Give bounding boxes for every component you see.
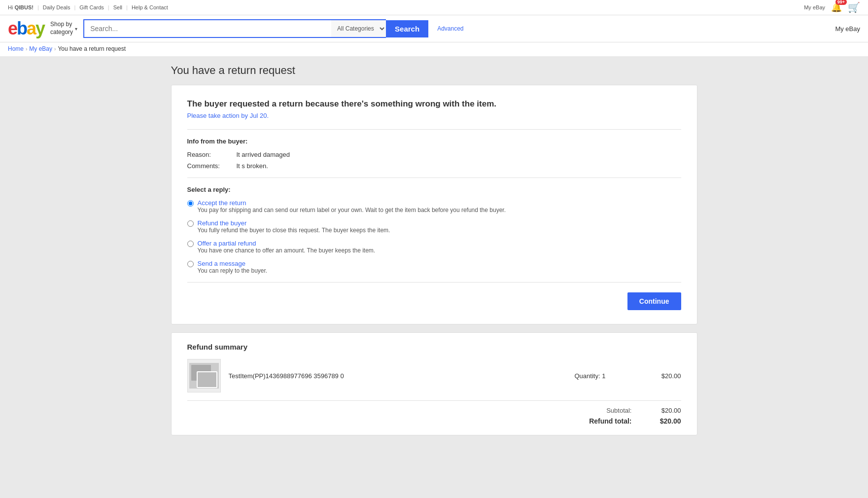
top-bar: Hi QIBUS! | Daily Deals | Gift Cards | S… [0,0,868,15]
message-label[interactable]: Send a message [198,260,246,267]
ebay-logo: ebay [8,18,44,39]
refund-item-row: TestItem(PP)1436988977696 3596789 0 Quan… [187,359,681,392]
help-contact-link[interactable]: Help & Contact [132,4,168,10]
logo-b1: b [17,18,27,38]
quantity-value: 1 [602,372,605,380]
top-bar-right: My eBay 🔔 99+ 🛒 [804,1,860,13]
main-content: You have a return request The buyer requ… [163,56,705,443]
return-subtext: Please take action by Jul 20. [187,112,681,119]
subtotal-value: $20.00 [652,407,681,414]
refund-total-value: $20.00 [652,417,681,425]
divider-2 [187,178,681,178]
search-input[interactable] [83,19,331,38]
page-title: You have a return request [171,64,697,77]
reply-option-partial: Offer a partial refund You have one chan… [187,240,681,254]
return-card: The buyer requested a return because the… [171,85,697,324]
item-name: TestItem(PP)1436988977696 3596789 0 [229,372,567,380]
quantity-label: Quantity: [575,372,600,380]
username: QIBUS! [14,4,34,10]
accept-desc: You pay for shipping and can send our re… [198,207,506,213]
refund-radio[interactable] [187,220,194,227]
divider-1 [187,129,681,130]
gift-cards-link[interactable]: Gift Cards [79,4,104,10]
refund-label[interactable]: Refund the buyer [198,219,247,227]
sep1: | [37,4,39,10]
message-desc: You can reply to the buyer. [198,267,268,274]
notification-bell[interactable]: 🔔 99+ [831,2,842,13]
logo-a: a [27,18,35,38]
partial-content: Offer a partial refund You have one chan… [198,240,376,254]
item-thumb-svg [189,363,219,389]
continue-button[interactable]: Continue [627,292,681,310]
logo-text: ebay [8,18,44,39]
partial-radio[interactable] [187,241,194,247]
breadcrumb-sep1: › [26,46,27,52]
reply-option-refund: Refund the buyer You fully refund the bu… [187,219,681,234]
myebay-header-link[interactable]: My eBay [835,25,860,33]
header: ebay Shop bycategory ▾ All Categories Se… [0,15,868,42]
comments-label: Comments: [187,162,237,170]
refund-totals: Subtotal: $20.00 Refund total: $20.00 [187,400,681,425]
partial-label[interactable]: Offer a partial refund [198,240,256,247]
divider-3 [187,282,681,283]
item-thumbnail [187,359,221,392]
accept-label[interactable]: Accept the return [198,199,246,207]
header-right: My eBay [835,25,860,33]
sep3: | [108,4,109,10]
advanced-link[interactable]: Advanced [437,25,463,32]
reason-label: Reason: [187,151,237,158]
sell-link[interactable]: Sell [113,4,122,10]
breadcrumb-sep2: › [54,46,56,52]
item-quantity: Quantity: 1 [575,372,634,380]
logo-e: e [8,18,17,38]
shop-by-label: Shop bycategory [50,21,73,36]
search-bar: All Categories Search [83,19,428,38]
refund-content: Refund the buyer You fully refund the bu… [198,219,390,234]
subtotal-label: Subtotal: [592,407,632,414]
refund-desc: You fully refund the buyer to close this… [198,227,390,234]
refund-total-row: Refund total: $20.00 [187,417,681,425]
breadcrumb-home[interactable]: Home [8,45,24,52]
accept-radio[interactable] [187,200,194,207]
breadcrumb-current: You have a return request [58,45,126,52]
message-radio[interactable] [187,261,194,267]
reason-row: Reason: It arrived damaged [187,151,681,158]
reply-option-message: Send a message You can reply to the buye… [187,260,681,274]
cart-icon[interactable]: 🛒 [848,1,860,13]
refund-summary-title: Refund summary [187,343,681,351]
shop-by-button[interactable]: Shop bycategory ▾ [50,21,77,36]
continue-btn-row: Continue [187,292,681,310]
search-button[interactable]: Search [386,20,428,37]
comments-row: Comments: It s broken. [187,162,681,170]
logo-y: y [35,18,44,38]
shop-by-arrow: ▾ [75,26,77,32]
reason-value: It arrived damaged [237,151,290,158]
refund-summary-card: Refund summary TestItem(PP)1436988977696… [171,332,697,435]
item-price: $20.00 [642,372,681,380]
notification-badge: 99+ [835,0,847,5]
greeting-text: Hi QIBUS! [8,4,34,10]
category-select[interactable]: All Categories [331,19,386,38]
svg-rect-2 [197,372,217,388]
sep4: | [126,4,128,10]
select-reply-label: Select a reply: [187,186,681,193]
return-header: The buyer requested a return because the… [187,99,681,109]
comments-value: It s broken. [237,162,268,170]
myebay-top-link[interactable]: My eBay [804,4,825,10]
sep2: | [74,4,75,10]
daily-deals-link[interactable]: Daily Deals [43,4,70,10]
message-content: Send a message You can reply to the buye… [198,260,268,274]
info-section-label: Info from the buyer: [187,138,681,145]
reply-option-accept: Accept the return You pay for shipping a… [187,199,681,213]
refund-total-label: Refund total: [583,417,632,425]
accept-content: Accept the return You pay for shipping a… [198,199,506,213]
breadcrumb-myebay[interactable]: My eBay [29,45,52,52]
breadcrumb: Home › My eBay › You have a return reque… [0,42,868,56]
subtotal-row: Subtotal: $20.00 [187,407,681,414]
top-bar-left: Hi QIBUS! | Daily Deals | Gift Cards | S… [8,4,168,10]
partial-desc: You have one chance to offer an amount. … [198,247,376,254]
